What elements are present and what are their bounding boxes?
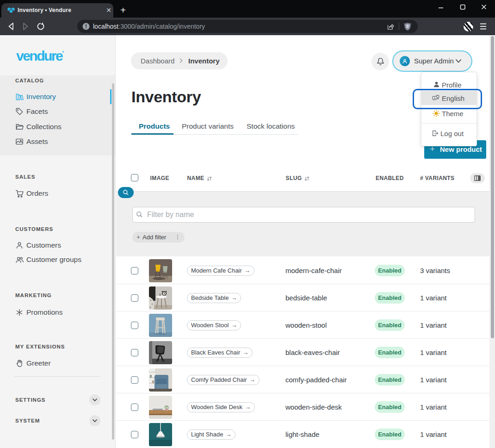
svg-text:A: A [434,97,436,100]
